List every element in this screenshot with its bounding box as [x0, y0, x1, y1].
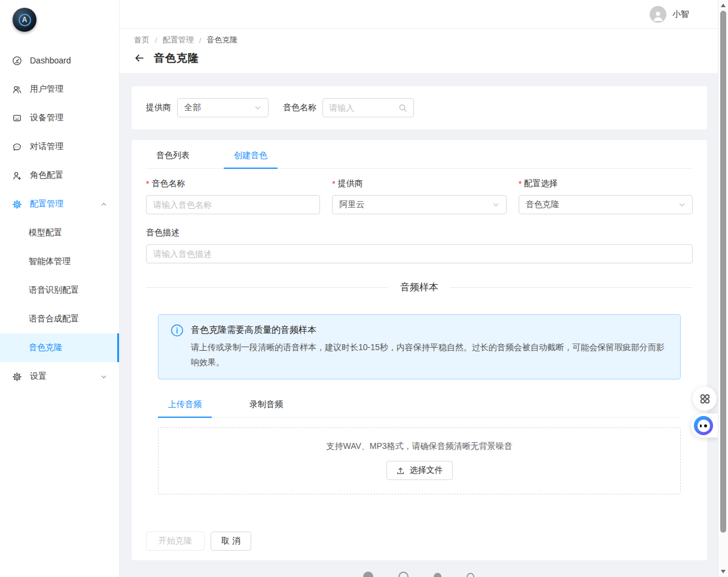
sidebar-item-config[interactable]: 配置管理: [0, 190, 119, 218]
sidebar-item-label: 用户管理: [30, 84, 63, 95]
cancel-button[interactable]: 取 消: [211, 532, 251, 551]
footer-social-icon[interactable]: [434, 573, 441, 577]
brand-logo: A: [0, 0, 119, 37]
alert-title: 音色克隆需要高质量的音频样本: [191, 324, 668, 336]
page-scrollbar[interactable]: [718, 0, 728, 577]
alert-description: 请上传或录制一段清晰的语音样本，建议时长10-15秒，内容保持平稳自然。过长的音…: [191, 340, 668, 370]
sidebar-item-label: 设备管理: [30, 113, 63, 123]
upload-dropzone[interactable]: 支持WAV、MP3格式，请确保音频清晰无背景噪音 选择文件: [158, 427, 681, 494]
config-select-label: 配置选择: [524, 178, 558, 189]
tab-create-voice[interactable]: 创建音色: [224, 145, 278, 168]
voice-name-field: * 音色名称: [146, 178, 320, 214]
user-menu[interactable]: 小智: [650, 6, 689, 23]
sidebar-subitem-tts-config[interactable]: 语音合成配置: [0, 305, 119, 333]
user-avatar-icon: [650, 6, 666, 23]
start-clone-button[interactable]: 开始克隆: [146, 532, 205, 551]
footer-social-icon[interactable]: [363, 572, 373, 577]
required-mark: *: [332, 179, 335, 189]
page-header: 首页 / 配置管理 / 音色克隆 音色克隆: [120, 29, 718, 73]
provider-filter-value: 全部: [184, 102, 201, 113]
upload-hint: 支持WAV、MP3格式，请确保音频清晰无背景噪音: [326, 441, 512, 452]
main-tabs: 音色列表 创建音色: [146, 145, 693, 169]
tab-record-audio[interactable]: 录制音频: [239, 394, 293, 417]
provider-filter-label: 提供商: [146, 102, 171, 113]
chevron-up-icon: [100, 201, 107, 208]
scrollbar-down-arrow[interactable]: [721, 570, 726, 573]
config-field: * 配置选择 音色克隆: [519, 178, 693, 214]
breadcrumb-separator: /: [199, 36, 202, 45]
scrollbar-up-arrow[interactable]: [721, 4, 726, 7]
brand-logo-letter: A: [19, 14, 31, 26]
alert-body: 音色克隆需要高质量的音频样本 请上传或录制一段清晰的语音样本，建议时长10-15…: [191, 323, 668, 370]
breadcrumb-config[interactable]: 配置管理: [163, 35, 194, 45]
voice-name-search-box: [322, 98, 414, 117]
voice-name-filter-label: 音色名称: [283, 102, 316, 113]
sidebar-subitem-label: 模型配置: [29, 227, 62, 238]
chevron-down-icon: [100, 373, 107, 380]
scrollbar-thumb[interactable]: [720, 11, 726, 533]
audio-sample-divider: 音频样本: [146, 281, 693, 294]
sidebar: A Dashboard 用户管理 设备管理: [0, 0, 120, 577]
provider-filter-select[interactable]: 全部: [177, 98, 269, 117]
required-mark: *: [146, 179, 149, 189]
user-name: 小智: [672, 9, 689, 20]
sidebar-subitem-label: 语音识别配置: [29, 285, 79, 296]
back-arrow-icon[interactable]: [134, 53, 145, 63]
page-title: 音色克隆: [154, 51, 199, 65]
ai-assistant-button[interactable]: [691, 414, 718, 438]
footer-social-icon[interactable]: [398, 572, 409, 577]
top-bar: 小智: [120, 0, 718, 29]
description-label: 音色描述: [146, 227, 179, 238]
person-plus-icon: [12, 171, 22, 181]
config-select[interactable]: 音色克隆: [519, 195, 693, 214]
breadcrumb-separator: /: [155, 36, 157, 45]
sidebar-item-label: Dashboard: [30, 56, 71, 65]
chat-icon: [12, 142, 22, 152]
sidebar-item-dashboard[interactable]: Dashboard: [0, 46, 119, 75]
sidebar-item-label: 设置: [30, 371, 47, 382]
sidebar-subitem-model-config[interactable]: 模型配置: [0, 218, 119, 247]
description-input[interactable]: [146, 244, 693, 263]
tab-upload-audio[interactable]: 上传音频: [158, 394, 212, 417]
search-icon[interactable]: [398, 104, 407, 113]
provider-label: 提供商: [338, 178, 363, 189]
upload-icon: [396, 466, 405, 475]
sidebar-subitem-agent-management[interactable]: 智能体管理: [0, 247, 119, 276]
sidebar-subitem-label: 音色克隆: [29, 342, 62, 353]
sidebar-item-label: 配置管理: [30, 199, 63, 209]
tab-voice-list[interactable]: 音色列表: [146, 145, 200, 168]
content-area: 提供商 全部 音色名称 音色列表: [120, 73, 718, 577]
provider-select[interactable]: 阿里云: [332, 195, 506, 214]
voice-clone-card: 音色列表 创建音色 * 音色名称 * 提供商: [132, 140, 707, 560]
voice-name-search-input[interactable]: [329, 103, 398, 113]
provider-field: * 提供商 阿里云: [332, 178, 506, 214]
provider-select-value: 阿里云: [339, 199, 364, 210]
apps-launcher-button[interactable]: [693, 387, 717, 411]
audio-sample-title: 音频样本: [388, 281, 450, 294]
app-window: A Dashboard 用户管理 设备管理: [0, 0, 728, 577]
users-icon: [12, 84, 22, 95]
settings-gear-icon: [12, 372, 22, 382]
choose-file-label: 选择文件: [410, 465, 443, 476]
sidebar-item-users[interactable]: 用户管理: [0, 75, 119, 104]
create-voice-form: * 音色名称 * 提供商 阿里云: [146, 178, 693, 214]
sidebar-item-roles[interactable]: 角色配置: [0, 161, 119, 190]
sidebar-item-devices[interactable]: 设备管理: [0, 104, 119, 132]
sidebar-subitem-voice-clone[interactable]: 音色克隆: [0, 333, 119, 362]
choose-file-button[interactable]: 选择文件: [386, 461, 453, 480]
footer-social-icons: [363, 572, 474, 577]
sidebar-item-settings[interactable]: 设置: [0, 362, 119, 391]
robot-face-icon: [694, 416, 713, 435]
sidebar-item-conversations[interactable]: 对话管理: [0, 132, 119, 161]
gear-icon: [12, 199, 22, 209]
breadcrumb-home[interactable]: 首页: [134, 35, 150, 45]
voice-name-input[interactable]: [146, 195, 320, 214]
audio-source-tabs: 上传音频 录制音频: [158, 394, 681, 418]
required-mark: *: [519, 179, 522, 189]
footer-social-icon[interactable]: [467, 573, 474, 577]
voice-name-label: 音色名称: [151, 178, 185, 189]
sidebar-subitem-asr-config[interactable]: 语音识别配置: [0, 276, 119, 305]
main-area: 小智 首页 / 配置管理 / 音色克隆 音色克隆 提供商: [120, 0, 718, 577]
description-field: 音色描述: [146, 227, 693, 263]
dashboard-icon: [12, 56, 22, 66]
